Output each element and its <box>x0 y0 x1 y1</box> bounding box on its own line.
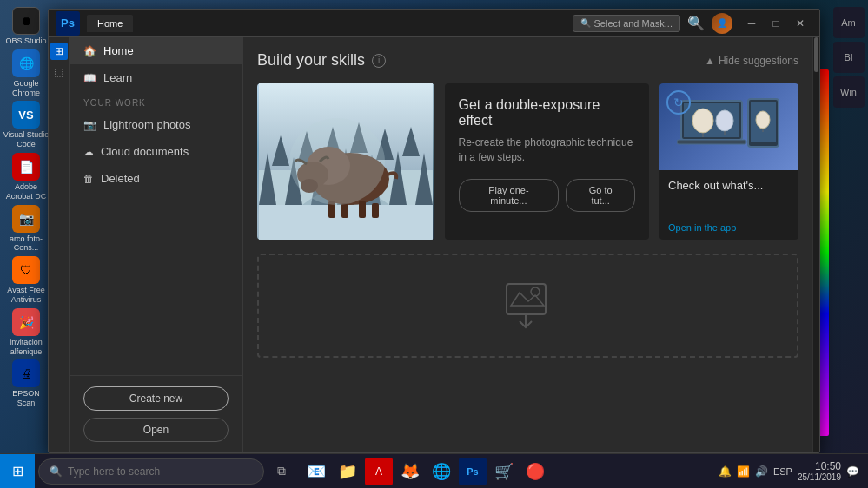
drop-zone-icon <box>502 280 554 332</box>
desktop-icon-acrobat[interactable]: 📄 Adobe Acrobat DC <box>3 153 50 201</box>
info-icon[interactable]: i <box>372 54 386 68</box>
search-icon: 🔍 <box>580 18 591 28</box>
card-title: Get a double-exposure effect <box>459 97 636 129</box>
cloud-sync-icon: ↻ <box>666 90 691 115</box>
tab-home[interactable]: Home <box>87 15 133 32</box>
trash-icon: 🗑 <box>83 173 94 185</box>
card-description-text: Re-create the photographic technique in … <box>459 135 636 165</box>
vertical-scrollbar[interactable] <box>812 37 819 452</box>
svg-rect-8 <box>341 203 348 218</box>
tools-panel: ⊞ ⬚ <box>49 37 70 452</box>
desktop-icon-avast[interactable]: 🛡 Avast Free Antivirus <box>3 256 50 305</box>
window-controls: ─ □ ✕ <box>739 11 812 36</box>
titlebar-right: 🔍 Select and Mask... 🔍 👤 ─ □ ✕ <box>573 11 813 36</box>
create-new-button[interactable]: Create new <box>83 386 229 411</box>
card-bison-image <box>257 83 434 240</box>
bison-image <box>257 83 434 240</box>
svg-rect-14 <box>677 140 746 144</box>
play-video-button[interactable]: Play one-minute... <box>459 179 560 212</box>
card-small-title: Check out what's... <box>668 179 790 192</box>
hide-suggestions-button[interactable]: ▲ Hide suggestions <box>705 55 798 67</box>
sidebar-actions: Create new Open <box>70 375 242 452</box>
open-button[interactable]: Open <box>83 418 229 442</box>
lightroom-icon: 📷 <box>83 119 96 131</box>
sidebar-item-learn[interactable]: 📖 Learn <box>70 64 242 91</box>
devices-svg <box>677 92 781 162</box>
go-to-tutorial-button[interactable]: Go to tut... <box>566 179 635 212</box>
select-mask-search[interactable]: 🔍 Select and Mask... <box>573 15 681 32</box>
task-view-button[interactable]: ⧉ <box>268 458 295 485</box>
maximize-button[interactable]: □ <box>764 11 788 36</box>
sidebar-item-lightroom[interactable]: 📷 Lightroom photos <box>70 111 242 138</box>
tool-select[interactable]: ⬚ <box>50 63 68 81</box>
right-icon-1[interactable]: Am <box>833 7 865 38</box>
card-description: Get a double-exposure effect Re-create t… <box>445 83 650 240</box>
tray-volume-icon: 🔊 <box>755 465 768 478</box>
minimize-button[interactable]: ─ <box>739 11 764 36</box>
ps-tabs: Home <box>87 15 573 32</box>
start-button[interactable]: ⊞ <box>0 454 35 489</box>
right-icon-3[interactable]: Win <box>833 76 865 108</box>
section-title: Build your skills i <box>257 51 386 69</box>
sidebar-item-deleted[interactable]: 🗑 Deleted <box>70 165 242 192</box>
sidebar-item-home[interactable]: 🏠 Home <box>70 37 242 64</box>
desktop-icon-epson[interactable]: 🖨 EPSON Scan <box>3 359 50 408</box>
search-icon-btn[interactable]: 🔍 <box>687 15 705 31</box>
taskbar-chrome-icon[interactable]: 🌐 <box>427 458 455 485</box>
right-icon-2[interactable]: Bl <box>833 42 865 73</box>
tool-move[interactable]: ⊞ <box>50 43 68 60</box>
desktop-icon-chrome[interactable]: 🌐 Google Chrome <box>3 49 50 98</box>
right-sidebar: Am Bl Win <box>829 0 868 453</box>
bison-svg <box>259 83 433 240</box>
card-small-image: ↻ <box>659 83 798 170</box>
system-tray: 🔔 📶 🔊 ESP 10:50 25/11/2019 💬 <box>710 460 868 482</box>
taskbar-search[interactable]: 🔍 <box>38 458 264 485</box>
desktop-icons-column: ⏺ OBS Studio 🌐 Google Chrome VS Visual S… <box>0 0 52 453</box>
learn-icon: 📖 <box>83 72 96 84</box>
chevron-up-icon: ▲ <box>705 55 715 67</box>
windows-icon: ⊞ <box>12 463 23 479</box>
skill-cards-row: Get a double-exposure effect Re-create t… <box>257 83 798 240</box>
taskbar: ⊞ 🔍 ⧉ 📧 📁 A 🦊 🌐 Ps 🛒 🔴 🔔 📶 🔊 ESP 10:50 2… <box>0 453 868 488</box>
photoshop-window: Ps Home 🔍 Select and Mask... 🔍 👤 ─ □ ✕ ⊞ <box>48 9 820 453</box>
notification-icon[interactable]: 💬 <box>846 465 859 478</box>
scrollbar-track <box>813 37 819 452</box>
sidebar-item-cloud[interactable]: ☁ Cloud documents <box>70 138 242 165</box>
svg-point-15 <box>692 109 713 133</box>
taskbar-firefox-icon[interactable]: 🦊 <box>396 458 424 485</box>
taskbar-clock[interactable]: 10:50 25/11/2019 <box>798 460 841 482</box>
svg-rect-10 <box>372 203 379 218</box>
ps-main-area: ⊞ ⬚ 🏠 Home 📖 Learn YOUR WORK 📷 Lightroom… <box>49 37 819 452</box>
tray-network-icon: 🔔 <box>719 465 732 478</box>
card-small-body: Check out what's... <box>659 170 798 215</box>
cloud-icon: ☁ <box>83 146 94 158</box>
tray-wifi-icon: 📶 <box>737 465 750 478</box>
taskbar-folder-icon[interactable]: 📁 <box>334 458 361 485</box>
taskbar-adobe-icon[interactable]: A <box>365 458 393 485</box>
ps-logo: Ps <box>56 11 80 36</box>
sidebar-nav: 🏠 Home 📖 Learn YOUR WORK 📷 Lightroom pho… <box>70 37 242 375</box>
card-small-actions: Open in the app <box>659 215 798 240</box>
taskbar-ps-icon[interactable]: Ps <box>459 458 487 485</box>
drop-zone-content <box>502 280 554 332</box>
file-drop-zone[interactable] <box>257 254 798 358</box>
tray-language: ESP <box>773 466 792 477</box>
taskbar-search-input[interactable] <box>68 465 253 478</box>
taskbar-mail-icon[interactable]: 📧 <box>302 458 330 485</box>
desktop-icon-obs[interactable]: ⏺ OBS Studio <box>3 7 50 46</box>
desktop-icon-vscode[interactable]: VS Visual Studio Code <box>3 101 50 149</box>
svg-point-11 <box>289 118 385 205</box>
close-button[interactable]: ✕ <box>788 11 812 36</box>
card-actions: Play one-minute... Go to tut... <box>459 179 636 212</box>
user-avatar[interactable]: 👤 <box>712 13 732 34</box>
search-icon: 🔍 <box>50 465 63 478</box>
desktop-icon-invitacion[interactable]: 🎉 invitacion alfenique <box>3 308 50 357</box>
navigation-sidebar: 🏠 Home 📖 Learn YOUR WORK 📷 Lightroom pho… <box>70 37 243 452</box>
taskbar-red-icon[interactable]: 🔴 <box>521 458 549 485</box>
svg-point-19 <box>756 111 770 129</box>
scrollbar-thumb[interactable] <box>814 37 818 72</box>
main-content: Build your skills i ▲ Hide suggestions <box>243 37 812 452</box>
taskbar-store-icon[interactable]: 🛒 <box>490 458 518 485</box>
open-in-app-link[interactable]: Open in the app <box>668 222 736 233</box>
desktop-icon-arco[interactable]: 📷 arco foto-Cons... <box>3 205 50 254</box>
